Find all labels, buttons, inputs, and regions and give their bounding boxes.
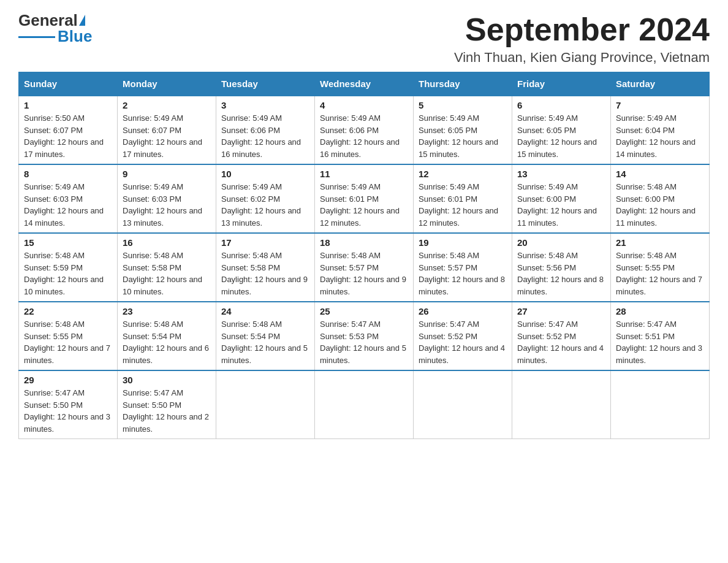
day-number: 15 <box>24 237 112 248</box>
page-subtitle: Vinh Thuan, Kien Giang Province, Vietnam <box>454 50 710 66</box>
table-row <box>512 370 611 439</box>
day-number: 17 <box>221 237 309 248</box>
day-number: 13 <box>517 169 605 179</box>
col-sunday: Sunday <box>19 72 118 96</box>
day-number: 28 <box>616 306 704 316</box>
logo: General Blue <box>18 12 92 44</box>
day-info: Sunrise: 5:49 AMSunset: 6:03 PMDaylight:… <box>24 182 104 228</box>
day-info: Sunrise: 5:49 AMSunset: 6:06 PMDaylight:… <box>221 113 301 159</box>
table-row: 19 Sunrise: 5:48 AMSunset: 5:57 PMDaylig… <box>414 233 512 302</box>
table-row: 9 Sunrise: 5:49 AMSunset: 6:03 PMDayligh… <box>118 164 216 233</box>
day-number: 21 <box>616 237 704 248</box>
day-info: Sunrise: 5:48 AMSunset: 5:55 PMDaylight:… <box>24 320 110 365</box>
day-info: Sunrise: 5:47 AMSunset: 5:52 PMDaylight:… <box>517 320 604 365</box>
table-row: 10 Sunrise: 5:49 AMSunset: 6:02 PMDaylig… <box>216 164 315 233</box>
table-row: 20 Sunrise: 5:48 AMSunset: 5:56 PMDaylig… <box>512 233 611 302</box>
day-number: 4 <box>320 100 408 110</box>
day-number: 29 <box>24 375 112 385</box>
calendar-week-row: 8 Sunrise: 5:49 AMSunset: 6:03 PMDayligh… <box>19 164 710 233</box>
table-row: 1 Sunrise: 5:50 AMSunset: 6:07 PMDayligh… <box>19 96 118 164</box>
day-number: 2 <box>123 100 211 110</box>
table-row: 11 Sunrise: 5:49 AMSunset: 6:01 PMDaylig… <box>315 164 414 233</box>
page-title: September 2024 <box>454 12 710 47</box>
table-row: 28 Sunrise: 5:47 AMSunset: 5:51 PMDaylig… <box>611 302 710 370</box>
day-info: Sunrise: 5:48 AMSunset: 5:57 PMDaylight:… <box>419 251 505 296</box>
table-row: 14 Sunrise: 5:48 AMSunset: 6:00 PMDaylig… <box>611 164 710 233</box>
day-info: Sunrise: 5:49 AMSunset: 6:06 PMDaylight:… <box>320 113 400 159</box>
calendar-week-row: 22 Sunrise: 5:48 AMSunset: 5:55 PMDaylig… <box>19 302 710 370</box>
day-number: 12 <box>419 169 507 179</box>
day-number: 11 <box>320 169 408 179</box>
title-block: September 2024 Vinh Thuan, Kien Giang Pr… <box>454 12 710 66</box>
day-number: 25 <box>320 306 408 316</box>
day-info: Sunrise: 5:47 AMSunset: 5:51 PMDaylight:… <box>616 320 702 365</box>
table-row: 2 Sunrise: 5:49 AMSunset: 6:07 PMDayligh… <box>118 96 216 164</box>
table-row <box>315 370 414 439</box>
day-info: Sunrise: 5:49 AMSunset: 6:05 PMDaylight:… <box>517 113 597 159</box>
table-row: 29 Sunrise: 5:47 AMSunset: 5:50 PMDaylig… <box>19 370 118 439</box>
col-wednesday: Wednesday <box>315 72 414 96</box>
table-row: 3 Sunrise: 5:49 AMSunset: 6:06 PMDayligh… <box>216 96 315 164</box>
day-number: 22 <box>24 306 112 316</box>
page-header: General Blue September 2024 Vinh Thuan, … <box>18 12 710 66</box>
day-number: 5 <box>419 100 507 110</box>
day-number: 7 <box>616 100 704 110</box>
table-row: 8 Sunrise: 5:49 AMSunset: 6:03 PMDayligh… <box>19 164 118 233</box>
calendar-table: Sunday Monday Tuesday Wednesday Thursday… <box>18 72 710 439</box>
table-row: 25 Sunrise: 5:47 AMSunset: 5:53 PMDaylig… <box>315 302 414 370</box>
table-row: 15 Sunrise: 5:48 AMSunset: 5:59 PMDaylig… <box>19 233 118 302</box>
day-info: Sunrise: 5:47 AMSunset: 5:50 PMDaylight:… <box>24 388 110 434</box>
day-number: 20 <box>517 237 605 248</box>
table-row: 18 Sunrise: 5:48 AMSunset: 5:57 PMDaylig… <box>315 233 414 302</box>
day-number: 27 <box>517 306 605 316</box>
day-number: 16 <box>123 237 211 248</box>
logo-text-blue: Blue <box>58 28 92 44</box>
day-number: 19 <box>419 237 507 248</box>
day-number: 9 <box>123 169 211 179</box>
table-row: 12 Sunrise: 5:49 AMSunset: 6:01 PMDaylig… <box>414 164 512 233</box>
day-number: 18 <box>320 237 408 248</box>
calendar-week-row: 29 Sunrise: 5:47 AMSunset: 5:50 PMDaylig… <box>19 370 710 439</box>
table-row: 21 Sunrise: 5:48 AMSunset: 5:55 PMDaylig… <box>611 233 710 302</box>
table-row: 26 Sunrise: 5:47 AMSunset: 5:52 PMDaylig… <box>414 302 512 370</box>
day-number: 24 <box>221 306 309 316</box>
day-info: Sunrise: 5:49 AMSunset: 6:00 PMDaylight:… <box>517 182 597 228</box>
day-number: 1 <box>24 100 112 110</box>
day-number: 8 <box>24 169 112 179</box>
table-row: 6 Sunrise: 5:49 AMSunset: 6:05 PMDayligh… <box>512 96 611 164</box>
day-info: Sunrise: 5:47 AMSunset: 5:52 PMDaylight:… <box>419 320 505 365</box>
day-number: 23 <box>123 306 211 316</box>
table-row <box>611 370 710 439</box>
day-info: Sunrise: 5:48 AMSunset: 5:55 PMDaylight:… <box>616 251 702 296</box>
day-info: Sunrise: 5:49 AMSunset: 6:05 PMDaylight:… <box>419 113 498 159</box>
day-info: Sunrise: 5:49 AMSunset: 6:03 PMDaylight:… <box>123 182 202 228</box>
calendar-header-row: Sunday Monday Tuesday Wednesday Thursday… <box>19 72 710 96</box>
day-info: Sunrise: 5:48 AMSunset: 5:56 PMDaylight:… <box>517 251 604 296</box>
col-tuesday: Tuesday <box>216 72 315 96</box>
table-row: 27 Sunrise: 5:47 AMSunset: 5:52 PMDaylig… <box>512 302 611 370</box>
day-info: Sunrise: 5:50 AMSunset: 6:07 PMDaylight:… <box>24 113 104 159</box>
day-info: Sunrise: 5:48 AMSunset: 5:58 PMDaylight:… <box>123 251 202 296</box>
col-monday: Monday <box>118 72 216 96</box>
table-row: 24 Sunrise: 5:48 AMSunset: 5:54 PMDaylig… <box>216 302 315 370</box>
day-info: Sunrise: 5:49 AMSunset: 6:07 PMDaylight:… <box>123 113 202 159</box>
table-row: 13 Sunrise: 5:49 AMSunset: 6:00 PMDaylig… <box>512 164 611 233</box>
calendar-week-row: 15 Sunrise: 5:48 AMSunset: 5:59 PMDaylig… <box>19 233 710 302</box>
day-number: 3 <box>221 100 309 110</box>
day-info: Sunrise: 5:49 AMSunset: 6:01 PMDaylight:… <box>320 182 400 228</box>
table-row: 7 Sunrise: 5:49 AMSunset: 6:04 PMDayligh… <box>611 96 710 164</box>
day-info: Sunrise: 5:48 AMSunset: 5:54 PMDaylight:… <box>221 320 308 365</box>
table-row: 22 Sunrise: 5:48 AMSunset: 5:55 PMDaylig… <box>19 302 118 370</box>
day-number: 30 <box>123 375 211 385</box>
day-number: 10 <box>221 169 309 179</box>
calendar-week-row: 1 Sunrise: 5:50 AMSunset: 6:07 PMDayligh… <box>19 96 710 164</box>
table-row: 23 Sunrise: 5:48 AMSunset: 5:54 PMDaylig… <box>118 302 216 370</box>
day-info: Sunrise: 5:48 AMSunset: 5:57 PMDaylight:… <box>320 251 406 296</box>
day-info: Sunrise: 5:48 AMSunset: 5:58 PMDaylight:… <box>221 251 308 296</box>
day-info: Sunrise: 5:48 AMSunset: 5:54 PMDaylight:… <box>123 320 209 365</box>
table-row: 5 Sunrise: 5:49 AMSunset: 6:05 PMDayligh… <box>414 96 512 164</box>
logo-triangle-icon <box>79 15 85 26</box>
day-info: Sunrise: 5:49 AMSunset: 6:02 PMDaylight:… <box>221 182 301 228</box>
table-row: 17 Sunrise: 5:48 AMSunset: 5:58 PMDaylig… <box>216 233 315 302</box>
table-row: 30 Sunrise: 5:47 AMSunset: 5:50 PMDaylig… <box>118 370 216 439</box>
